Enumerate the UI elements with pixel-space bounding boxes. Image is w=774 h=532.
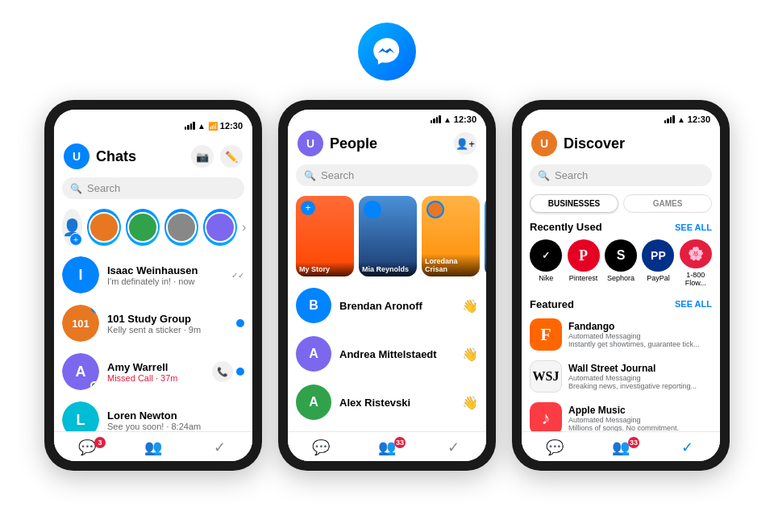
people-item-alex[interactable]: A Alex Ristevski 👋 (288, 378, 486, 426)
story-item-1[interactable] (87, 209, 121, 246)
tab-games[interactable]: GAMES (623, 194, 712, 213)
apple-music-info: Apple Music Automated Messaging Millions… (568, 405, 712, 431)
recent-nike[interactable]: ✓ Nike (530, 239, 562, 287)
status-bar-2: ▲ 12:30 (288, 110, 486, 126)
discover-tabs: BUSINESSES GAMES (522, 191, 720, 216)
chat-name-study: 101 Study Group (107, 313, 228, 325)
chat-avatar-loren: L (62, 401, 99, 431)
featured-apple-music[interactable]: ♪ Apple Music Automated Messaging Millio… (522, 397, 720, 431)
people-name-alex: Alex Ristevski (339, 397, 454, 409)
people-nav-icon-2: 👥 (378, 438, 396, 456)
wsj-name: Wall Street Journal (568, 363, 712, 374)
nike-icon: ✓ (530, 239, 562, 272)
wave-btn-andrea[interactable]: 👋 (462, 347, 478, 362)
discover-search-text: Search (555, 169, 588, 181)
my-story-card[interactable]: + My Story (296, 196, 354, 276)
chats-title: Chats (96, 148, 191, 165)
wsj-desc: Breaking news, investigative reporting..… (568, 382, 712, 390)
chat-item-loren[interactable]: L Loren Newton See you soon! · 8:24am (54, 396, 252, 431)
nav-chats-2[interactable]: 💬 (288, 438, 354, 456)
nav-active-2[interactable]: ✓ (420, 438, 486, 456)
chats-nav-icon-2: 💬 (312, 438, 330, 456)
sephora-label: Sephora (607, 274, 635, 282)
people-header: U People 👤+ (288, 126, 486, 161)
bottom-nav-1: 💬 3 👥 ✓ (54, 431, 252, 461)
online-indicator-amy (90, 381, 98, 389)
recently-used-header: Recently Used SEE ALL (522, 216, 720, 236)
featured-wsj[interactable]: WSJ Wall Street Journal Automated Messag… (522, 355, 720, 397)
nav-active-1[interactable]: ✓ (186, 438, 252, 456)
call-back-btn[interactable]: 📞 (212, 361, 233, 382)
people-badge-3: 33 (628, 437, 639, 448)
messenger-icon (358, 23, 416, 81)
story-mia[interactable]: Mia Reynolds (359, 196, 417, 276)
user-avatar-3: U (531, 131, 557, 156)
phone-discover: ▲ 12:30 U Discover 🔍 Search BUSINESSES G… (512, 100, 730, 471)
edit-button[interactable]: ✏️ (220, 145, 243, 168)
avatar-brendan: B (296, 288, 331, 323)
recent-pinterest[interactable]: P Pinterest (567, 239, 599, 287)
nav-people-3[interactable]: 👥 33 (588, 438, 654, 456)
people-search-text: Search (321, 169, 354, 181)
chats-search[interactable]: 🔍 Search (62, 177, 244, 199)
unread-dot-amy (236, 368, 244, 376)
discover-search[interactable]: 🔍 Search (530, 164, 712, 186)
people-nav-icon-3: 👥 (612, 438, 630, 456)
nav-active-3[interactable]: ✓ (654, 438, 720, 456)
chat-item-amy[interactable]: A Amy Warrell Missed Call · 37m 📞 (54, 347, 252, 396)
people-stories: + My Story Mia Reynolds Loredana Crisan … (288, 191, 486, 281)
chats-badge: 3 (94, 437, 106, 448)
story-item-2[interactable] (126, 209, 160, 246)
chat-preview-study: Kelly sent a sticker · 9m (107, 325, 228, 335)
story-avatar-mia (364, 201, 381, 218)
nav-chats-3[interactable]: 💬 (522, 438, 588, 456)
story-item-3[interactable] (164, 209, 198, 246)
active-nav-icon: ✓ (214, 438, 226, 456)
recently-used-row: ✓ Nike P Pinterest S Sephora (522, 236, 720, 293)
camera-button[interactable]: 📷 (191, 145, 214, 168)
fandango-desc: Instantly get showtimes, guarantee tick.… (568, 340, 712, 348)
add-people-button[interactable]: 👤+ (454, 132, 476, 155)
chat-preview-amy: Missed Call · 37m (107, 373, 204, 383)
fandango-name: Fandango (568, 321, 712, 332)
chat-list: I Isaac Weinhausen I'm definately in! · … (54, 251, 252, 431)
people-item-andrea[interactable]: A Andrea Mittelstaedt 👋 (288, 330, 486, 378)
add-story-icon: + (301, 201, 315, 215)
user-avatar-2: U (298, 131, 323, 156)
wave-btn-brendan[interactable]: 👋 (462, 298, 478, 314)
chat-item-isaac[interactable]: I Isaac Weinhausen I'm definately in! · … (54, 251, 252, 299)
search-icon-3: 🔍 (538, 170, 550, 181)
see-all-recent[interactable]: SEE ALL (675, 222, 712, 232)
pinterest-icon: P (568, 239, 600, 272)
nav-chats-1[interactable]: 💬 3 (54, 438, 120, 456)
story-loredana[interactable]: Loredana Crisan (422, 196, 480, 276)
search-icon-2: 🔍 (304, 170, 316, 181)
people-item-brendan[interactable]: B Brendan Aronoff 👋 (288, 281, 486, 330)
apple-music-desc: Millions of songs. No commitment. (568, 424, 712, 431)
recent-sephora[interactable]: S Sephora (605, 239, 637, 287)
wave-btn-alex[interactable]: 👋 (462, 395, 478, 410)
people-search[interactable]: 🔍 Search (296, 164, 478, 186)
story-jean[interactable]: Jean-M Denis (485, 196, 486, 276)
fandango-info: Fandango Automated Messaging Instantly g… (568, 321, 712, 348)
chat-preview-loren: See you soon! · 8:24am (107, 422, 236, 431)
recent-flowers[interactable]: 🌸 1-800 Flow... (680, 239, 712, 287)
people-name-brendan: Brendan Aronoff (339, 300, 454, 312)
tab-businesses[interactable]: BUSINESSES (530, 194, 618, 213)
chat-item-study[interactable]: 101 101 Study Group Kelly sent a sticker… (54, 299, 252, 347)
story-item-4[interactable] (203, 209, 237, 246)
featured-fandango[interactable]: F Fandango Automated Messaging Instantly… (522, 314, 720, 355)
see-all-featured[interactable]: SEE ALL (675, 299, 712, 309)
read-check-icon: ✓✓ (231, 271, 244, 280)
nav-people-1[interactable]: 👥 (120, 438, 186, 456)
story-label-mia: Mia Reynolds (359, 262, 417, 276)
phone-people: ▲ 12:30 U People 👤+ 🔍 Search (278, 100, 496, 471)
nav-people-2[interactable]: 👥 33 (354, 438, 420, 456)
chats-header: U Chats 📷 ✏️ (54, 139, 252, 174)
apple-music-name: Apple Music (568, 405, 712, 416)
featured-title: Featured (530, 298, 574, 310)
add-story-btn[interactable]: 👤 + (62, 209, 82, 246)
user-avatar-1: U (64, 143, 89, 169)
people-name-andrea: Andrea Mittelstaedt (339, 348, 454, 360)
recent-paypal[interactable]: PP PayPal (642, 239, 674, 287)
